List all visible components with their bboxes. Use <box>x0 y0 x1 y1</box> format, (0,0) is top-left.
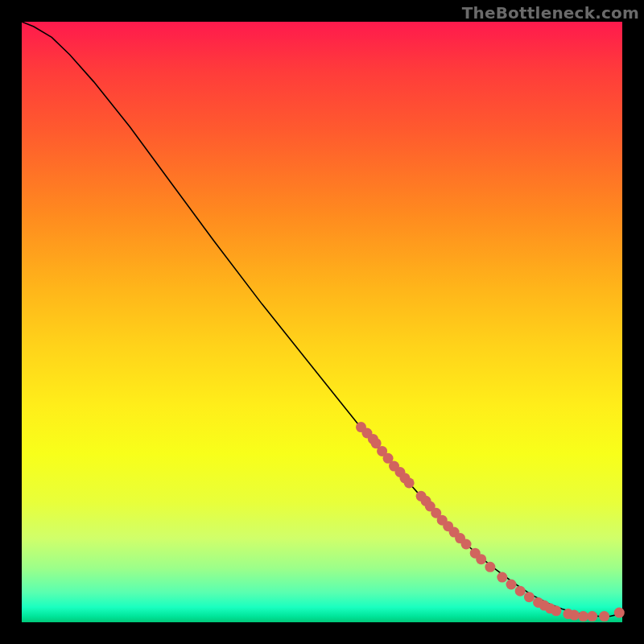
plot-area <box>22 22 622 622</box>
data-point <box>614 608 625 618</box>
data-markers <box>356 422 625 621</box>
chart-stage: TheBottleneck.com <box>0 0 644 644</box>
data-point <box>404 477 415 488</box>
data-point <box>587 611 597 621</box>
data-point <box>485 562 495 572</box>
data-point <box>476 554 486 564</box>
chart-svg <box>22 22 622 622</box>
curve-line <box>22 22 622 617</box>
watermark-text: TheBottleneck.com <box>462 3 639 23</box>
data-point <box>578 611 588 621</box>
data-point <box>506 580 516 590</box>
data-point <box>497 572 507 583</box>
data-point <box>599 611 609 621</box>
data-point <box>551 605 561 616</box>
data-point <box>569 610 580 621</box>
data-point <box>524 592 535 602</box>
data-point <box>461 539 472 550</box>
data-point <box>515 586 526 597</box>
